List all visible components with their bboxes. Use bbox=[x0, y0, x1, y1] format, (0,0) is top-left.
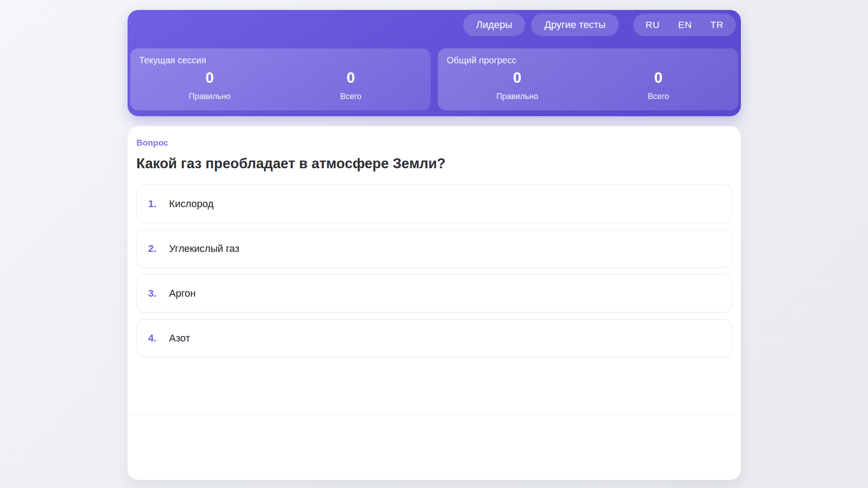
stat-metric-correct: 0 Правильно bbox=[447, 68, 588, 101]
question-card: Вопрос Какой газ преобладает в атмосфере… bbox=[128, 126, 741, 480]
option-text: Кислород bbox=[169, 198, 213, 210]
language-switcher: RU EN TR bbox=[633, 14, 736, 36]
question-label: Вопрос bbox=[137, 138, 732, 148]
lang-tr-button[interactable]: TR bbox=[711, 19, 724, 30]
stat-metrics: 0 Правильно 0 Всего bbox=[139, 68, 422, 101]
stat-metric-correct: 0 Правильно bbox=[139, 68, 280, 101]
lang-ru-button[interactable]: RU bbox=[645, 19, 659, 30]
quiz-header: Лидеры Другие тесты RU EN TR Текущая сес… bbox=[128, 10, 741, 116]
stat-metrics: 0 Правильно 0 Всего bbox=[447, 68, 729, 101]
lang-en-button[interactable]: EN bbox=[678, 19, 692, 30]
answer-option-4[interactable]: 4. Азот bbox=[137, 319, 732, 357]
option-text: Азот bbox=[169, 332, 190, 344]
options-list: 1. Кислород 2. Углекислый газ 3. Аргон 4… bbox=[137, 185, 732, 357]
option-number: 1. bbox=[148, 198, 157, 210]
option-number: 2. bbox=[148, 243, 157, 255]
stat-metric-total: 0 Всего bbox=[588, 68, 729, 101]
answer-option-1[interactable]: 1. Кислород bbox=[137, 185, 732, 223]
stat-caption: Всего bbox=[280, 92, 422, 101]
question-content: Вопрос Какой газ преобладает в атмосфере… bbox=[128, 126, 741, 364]
card-spacer bbox=[128, 364, 741, 414]
question-title: Какой газ преобладает в атмосфере Земли? bbox=[137, 155, 732, 173]
stat-value: 0 bbox=[139, 68, 280, 88]
stat-title: Текущая сессия bbox=[139, 55, 422, 66]
option-number: 3. bbox=[148, 288, 157, 299]
option-number: 4. bbox=[148, 332, 157, 344]
option-text: Аргон bbox=[169, 288, 196, 299]
stat-title: Общий прогресс bbox=[447, 55, 729, 66]
stat-caption: Всего bbox=[588, 92, 729, 101]
stats-row: Текущая сессия 0 Правильно 0 Всего Общий… bbox=[130, 48, 738, 110]
stat-caption: Правильно bbox=[139, 92, 280, 101]
card-footer bbox=[128, 414, 741, 480]
leaders-button[interactable]: Лидеры bbox=[463, 14, 526, 36]
stat-caption: Правильно bbox=[447, 92, 588, 101]
answer-option-2[interactable]: 2. Углекислый газ bbox=[137, 229, 732, 268]
stat-value: 0 bbox=[588, 68, 729, 88]
stat-card-overall: Общий прогресс 0 Правильно 0 Всего bbox=[438, 48, 738, 110]
other-tests-button[interactable]: Другие тесты bbox=[531, 14, 619, 36]
stat-card-session: Текущая сессия 0 Правильно 0 Всего bbox=[130, 48, 431, 110]
nav-row: Лидеры Другие тесты RU EN TR bbox=[130, 12, 738, 37]
stat-value: 0 bbox=[280, 68, 422, 88]
stat-value: 0 bbox=[447, 68, 588, 88]
answer-option-3[interactable]: 3. Аргон bbox=[137, 274, 732, 313]
app-container: Лидеры Другие тесты RU EN TR Текущая сес… bbox=[128, 10, 741, 480]
option-text: Углекислый газ bbox=[169, 243, 239, 255]
stat-metric-total: 0 Всего bbox=[280, 68, 422, 101]
